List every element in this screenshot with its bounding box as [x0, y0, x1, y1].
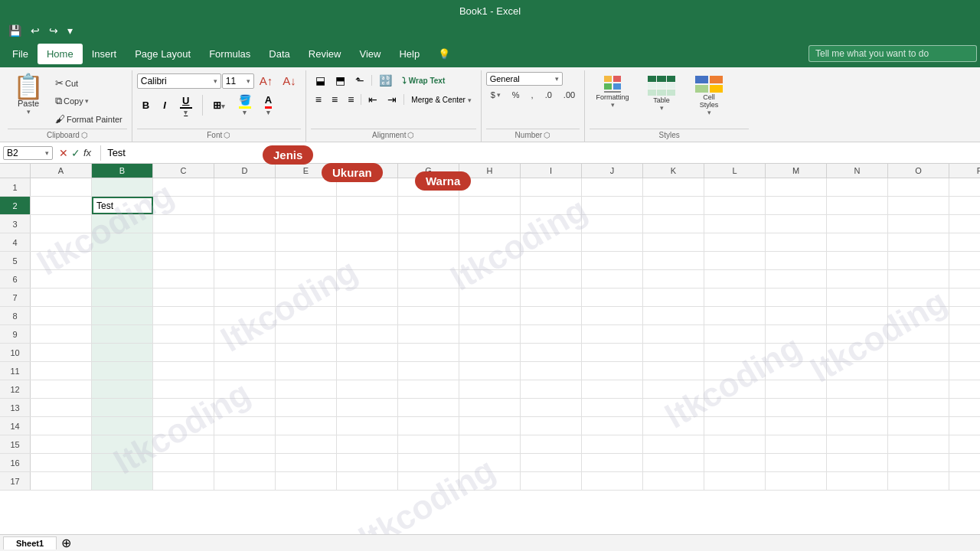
cell-P14[interactable]: [949, 417, 980, 435]
row-header-13[interactable]: 13: [0, 399, 31, 416]
align-center-button[interactable]: ≡: [327, 91, 342, 108]
cell-I9[interactable]: [521, 325, 582, 343]
col-header-E[interactable]: E: [276, 164, 337, 178]
row-header-1[interactable]: 1: [0, 178, 31, 196]
cell-J11[interactable]: [582, 362, 643, 380]
cell-D13[interactable]: [214, 399, 276, 416]
cell-J8[interactable]: [582, 307, 643, 324]
cell-E1[interactable]: [276, 178, 337, 196]
cell-N9[interactable]: [827, 325, 888, 343]
cell-K2[interactable]: [643, 197, 704, 214]
cell-N16[interactable]: [827, 454, 888, 471]
cell-F10[interactable]: [337, 344, 398, 361]
cell-O16[interactable]: [888, 454, 949, 471]
cell-M16[interactable]: [766, 454, 827, 471]
cell-I17[interactable]: [521, 472, 582, 490]
cell-I5[interactable]: [521, 252, 582, 269]
cell-D3[interactable]: [214, 215, 276, 233]
cell-G3[interactable]: [398, 215, 459, 233]
cell-G13[interactable]: [398, 399, 459, 416]
cell-I10[interactable]: [521, 344, 582, 361]
cell-B1[interactable]: [92, 178, 153, 196]
cell-D11[interactable]: [214, 362, 276, 380]
cell-N15[interactable]: [827, 435, 888, 453]
cell-F13[interactable]: [337, 399, 398, 416]
cell-F14[interactable]: [337, 417, 398, 435]
cell-G1[interactable]: [398, 178, 459, 196]
decrease-font-button[interactable]: A↓: [278, 72, 301, 90]
cell-A7[interactable]: [31, 289, 92, 306]
cell-C5[interactable]: [153, 252, 214, 269]
cell-A16[interactable]: [31, 454, 92, 471]
cell-E14[interactable]: [276, 417, 337, 435]
cell-E11[interactable]: [276, 362, 337, 380]
cell-F15[interactable]: [337, 435, 398, 453]
cell-H8[interactable]: [459, 307, 521, 324]
cell-I2[interactable]: [521, 197, 582, 214]
bold-button[interactable]: B: [137, 97, 155, 113]
cell-F8[interactable]: [337, 307, 398, 324]
cell-M17[interactable]: [766, 472, 827, 490]
cell-B3[interactable]: [92, 215, 153, 233]
cell-J6[interactable]: [582, 270, 643, 288]
cell-L13[interactable]: [704, 399, 766, 416]
cell-O12[interactable]: [888, 380, 949, 398]
cell-J5[interactable]: [582, 252, 643, 269]
cell-L7[interactable]: [704, 289, 766, 306]
cell-C9[interactable]: [153, 325, 214, 343]
cell-J1[interactable]: [582, 178, 643, 196]
cell-F2[interactable]: [337, 197, 398, 214]
cell-L8[interactable]: [704, 307, 766, 324]
cell-D16[interactable]: [214, 454, 276, 471]
cell-J4[interactable]: [582, 233, 643, 251]
cell-O7[interactable]: [888, 289, 949, 306]
cell-N4[interactable]: [827, 233, 888, 251]
cell-I11[interactable]: [521, 362, 582, 380]
cell-M7[interactable]: [766, 289, 827, 306]
cell-C11[interactable]: [153, 362, 214, 380]
paste-button[interactable]: 📋 Paste ▾: [8, 72, 49, 118]
cell-J16[interactable]: [582, 454, 643, 471]
cell-B9[interactable]: [92, 325, 153, 343]
italic-button[interactable]: I: [158, 97, 172, 113]
conditional-formatting-button[interactable]: Formatting ▾: [590, 72, 635, 112]
col-header-I[interactable]: I: [521, 164, 582, 178]
cell-B16[interactable]: [92, 454, 153, 471]
cell-M5[interactable]: [766, 252, 827, 269]
cell-B17[interactable]: [92, 472, 153, 490]
cell-O11[interactable]: [888, 362, 949, 380]
cell-H1[interactable]: [459, 178, 521, 196]
select-all-button[interactable]: [0, 164, 31, 178]
cell-G11[interactable]: [398, 362, 459, 380]
cell-P17[interactable]: [949, 472, 980, 490]
cell-E3[interactable]: [276, 215, 337, 233]
cell-M6[interactable]: [766, 270, 827, 288]
cell-D8[interactable]: [214, 307, 276, 324]
cell-F12[interactable]: [337, 380, 398, 398]
cell-F6[interactable]: [337, 270, 398, 288]
cell-J7[interactable]: [582, 289, 643, 306]
cell-K1[interactable]: [643, 178, 704, 196]
cell-B13[interactable]: [92, 399, 153, 416]
cell-D14[interactable]: [214, 417, 276, 435]
cell-L2[interactable]: [704, 197, 766, 214]
col-header-C[interactable]: C: [153, 164, 214, 178]
cell-N7[interactable]: [827, 289, 888, 306]
cell-P15[interactable]: [949, 435, 980, 453]
row-header-8[interactable]: 8: [0, 307, 31, 324]
cell-G15[interactable]: [398, 435, 459, 453]
cell-K8[interactable]: [643, 307, 704, 324]
cell-E2[interactable]: [276, 197, 337, 214]
row-header-3[interactable]: 3: [0, 215, 31, 233]
cell-J14[interactable]: [582, 417, 643, 435]
cell-M14[interactable]: [766, 417, 827, 435]
col-header-D[interactable]: D: [214, 164, 276, 178]
insert-function-button[interactable]: fx: [83, 147, 91, 158]
cell-A8[interactable]: [31, 307, 92, 324]
cell-L14[interactable]: [704, 417, 766, 435]
cell-C8[interactable]: [153, 307, 214, 324]
cell-C10[interactable]: [153, 344, 214, 361]
cell-B4[interactable]: [92, 233, 153, 251]
formula-input[interactable]: Test: [107, 147, 977, 158]
cell-A17[interactable]: [31, 472, 92, 490]
